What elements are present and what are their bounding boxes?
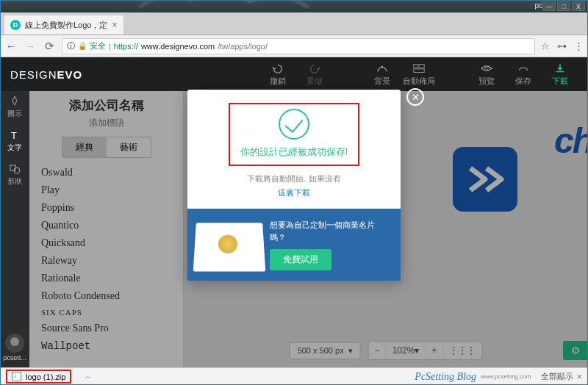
autolayout-button[interactable]: 自動佈局 [401,62,437,87]
browser-tab[interactable]: D 線上免費製作Logo，定 × [4,15,123,35]
tab-title: 線上免費製作Logo，定 [25,20,107,31]
username-label: pcsett... [3,354,26,361]
success-check-icon [279,109,309,140]
os-minimize-button[interactable]: — [542,1,556,11]
promo-text: 想要為自己定制一個商業名片嗎？ [270,219,390,243]
highlight-box: 你的設計已經被成功保存! [229,103,360,166]
url-path: /tw/apps/logo/ [218,42,268,51]
url-host: www.designevo.com [141,42,215,51]
undo-button[interactable]: 撤銷 [260,62,295,87]
shelf-close-button[interactable]: × [576,371,582,382]
svg-rect-2 [419,64,424,68]
lock-icon: 🔒 [78,42,87,50]
free-trial-button[interactable]: 免費試用 [270,249,331,270]
download-item-menu[interactable]: ︿ [85,372,91,381]
redo-button[interactable]: 重做 [297,62,332,87]
left-sidebar: 圖示 T文字 形狀 pcsett... [0,91,29,367]
download-shelf: logo (1).zip ︿ PcSetting Blog www.pcsett… [0,367,588,385]
save-button[interactable]: 保存 [506,62,541,87]
svg-text:T: T [11,130,17,141]
os-user: pc [534,1,542,10]
modal-close-button[interactable]: ✕ [406,88,424,106]
tab-close-icon[interactable]: × [112,20,117,30]
os-close-button[interactable]: X [572,1,585,11]
browser-menu-icon[interactable]: ⋮ [574,45,584,48]
save-success-modal: ✕ 你的設計已經被成功保存! 下載將自動開始. 如果沒有 這裏下載 想要為自己定… [187,90,401,281]
watermark-url: www.pcsetting.com [481,373,531,380]
address-bar[interactable]: ⓘ 🔒 安全 | https://www.designevo.com/tw/ap… [62,38,535,54]
svg-point-0 [381,65,384,68]
background-button[interactable]: 背景 [365,62,400,87]
bookmark-star-icon[interactable]: ☆ [541,40,550,51]
preview-button[interactable]: 預覽 [469,62,504,87]
download-filename: logo (1).zip [26,373,65,381]
browser-toolbar: ← → ⟳ ⓘ 🔒 安全 | https://www.designevo.com… [0,35,588,57]
os-titlebar: pc — □ X [0,0,588,12]
watermark-text: PcSetting Blog [415,371,476,383]
svg-rect-3 [414,68,424,72]
download-item[interactable]: logo (1).zip [6,370,71,384]
browser-tab-strip: D 線上免費製作Logo，定 × [0,12,588,35]
svg-point-4 [485,66,489,70]
modal-promo: 想要為自己定制一個商業名片嗎？ 免費試用 [187,209,401,281]
brand-logo[interactable]: DESIGNEVO [10,68,82,81]
download-button[interactable]: 下載 [542,62,578,87]
secure-label: 安全 [90,40,106,51]
password-key-icon[interactable]: ⊶ [557,40,567,51]
info-icon[interactable]: ⓘ [67,40,75,51]
sidebar-item-icons[interactable]: 圖示 [7,96,22,119]
app-header: DESIGNEVO 撤銷 重做 背景 自動佈局 預覽 保存 下載 [0,57,588,91]
download-link[interactable]: 這裏下載 [199,187,389,198]
business-card-image [196,226,262,265]
tab-favicon: D [10,20,21,30]
os-maximize-button[interactable]: □ [557,1,570,11]
svg-rect-6 [10,165,15,170]
nav-forward-button[interactable]: → [24,40,37,53]
success-message: 你的設計已經被成功保存! [240,145,348,159]
download-hint: 下載將自動開始. 如果沒有 [199,173,389,184]
sidebar-item-text[interactable]: T文字 [7,129,22,153]
nav-reload-button[interactable]: ⟳ [43,40,56,53]
show-all-downloads[interactable]: 全部顯示 [541,371,573,382]
user-avatar[interactable] [5,334,24,353]
download-file-icon [12,372,21,381]
sidebar-item-shapes[interactable]: 形狀 [7,163,22,187]
svg-rect-1 [414,64,417,68]
url-scheme: https:// [114,42,138,51]
nav-back-button[interactable]: ← [4,40,18,53]
